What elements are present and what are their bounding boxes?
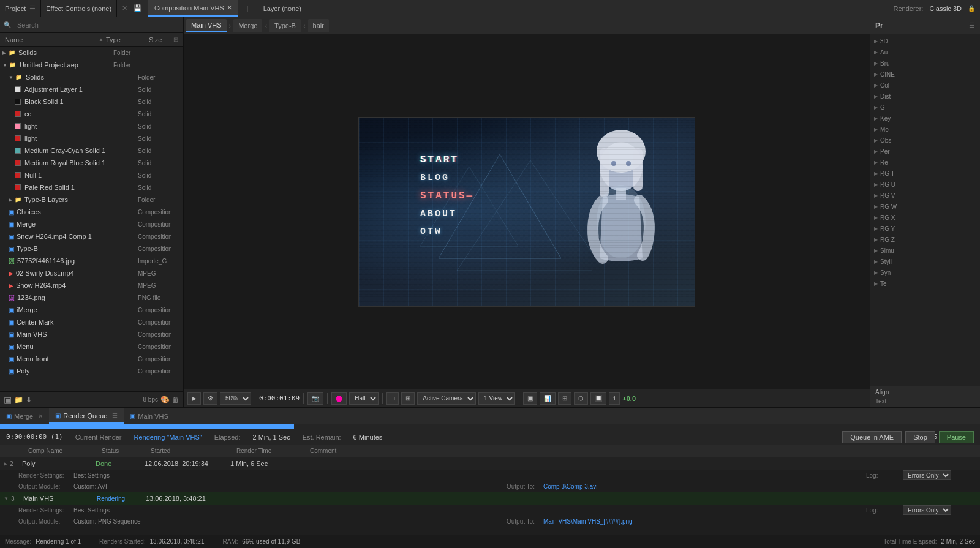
tab-hair[interactable]: hair <box>308 19 329 32</box>
effect-item-dist[interactable]: ▶ Dist <box>870 91 980 102</box>
save-icon[interactable]: 💾 <box>134 4 142 12</box>
search-input[interactable] <box>13 20 179 30</box>
expand-icon[interactable]: ▶ <box>4 461 7 467</box>
list-item[interactable]: Adjustment Layer 1 Solid <box>0 83 183 96</box>
list-item[interactable]: light Solid <box>0 120 183 132</box>
list-item[interactable]: Black Solid 1 Solid <box>0 96 183 108</box>
list-item[interactable]: Null 1 Solid <box>0 169 183 181</box>
effect-item-per[interactable]: ▶ Per <box>870 146 980 157</box>
effect-item-rgv[interactable]: ▶ RG V <box>870 190 980 201</box>
list-item[interactable]: ▼ 📁 Untitled Project.aep Folder <box>0 59 183 71</box>
effect-item-re[interactable]: ▶ Re <box>870 157 980 168</box>
list-item[interactable]: ▶ 📁 Solids Folder <box>0 47 183 59</box>
tab-render-queue[interactable]: ▣ Render Queue ☰ <box>49 408 124 424</box>
list-item[interactable]: ▣ iMerge Composition <box>0 304 183 316</box>
comp-tab-close[interactable]: ✕ <box>227 4 232 12</box>
list-item[interactable]: ▣ Choices Composition <box>0 206 183 218</box>
quality-select[interactable]: Half <box>349 392 379 405</box>
tab-close[interactable]: ✕ <box>38 413 43 419</box>
queue-ame-button[interactable]: Queue in AME <box>842 431 902 443</box>
tab-menu-icon[interactable]: ☰ <box>112 412 118 419</box>
list-item[interactable]: Medium Royal Blue Solid 1 Solid <box>0 157 183 169</box>
tab-type-b[interactable]: Type-B <box>270 19 301 32</box>
expand-icon[interactable]: ▼ <box>4 496 9 501</box>
tab-merge[interactable]: Merge <box>233 19 262 32</box>
exposure-button[interactable]: ▣ <box>523 392 537 405</box>
camera-select[interactable]: Active Camera <box>417 392 476 405</box>
tab-main-vhs[interactable]: Main VHS <box>186 19 227 32</box>
effect-item-col[interactable]: ▶ Col <box>870 80 980 91</box>
list-item[interactable]: ▣ Snow H264.mp4 Comp 1 Composition <box>0 230 183 242</box>
effect-item-rgw[interactable]: ▶ RG W <box>870 201 980 212</box>
log-dropdown[interactable]: Errors Only <box>903 505 951 515</box>
new-folder-icon[interactable]: 📁 <box>14 396 23 404</box>
list-item[interactable]: cc Solid <box>0 108 183 120</box>
tab-merge-bottom[interactable]: ▣ Merge ✕ <box>0 408 49 424</box>
zoom-select[interactable]: 50% <box>220 392 251 405</box>
color-button[interactable]: ⬤ <box>331 392 347 405</box>
toggle-button[interactable]: □ <box>386 392 399 405</box>
list-item[interactable]: ▼ 📁 Solids Folder <box>0 71 183 83</box>
effect-item-mo[interactable]: ▶ Mo <box>870 124 980 135</box>
effect-item-cine[interactable]: ▶ CINE <box>870 69 980 80</box>
panel-menu-icon[interactable]: ☰ <box>29 4 36 12</box>
effect-item-rgz[interactable]: ▶ RG Z <box>870 234 980 245</box>
effect-item-rgt[interactable]: ▶ RG T <box>870 168 980 179</box>
list-item[interactable]: ▶ Snow H264.mp4 MPEG <box>0 279 183 291</box>
effect-item-3d[interactable]: ▶ 3D <box>870 36 980 47</box>
layer-none-tab[interactable]: Layer (none) <box>257 0 307 17</box>
tab-label: Merge <box>238 22 257 29</box>
play-button[interactable]: ▶ <box>187 392 201 405</box>
view-count-select[interactable]: 1 View <box>478 392 515 405</box>
grid-button[interactable]: ⊞ <box>401 392 415 405</box>
pixel-button[interactable]: ⊞ <box>558 392 571 405</box>
mask-button[interactable]: ⬡ <box>574 392 588 405</box>
render-row-main-vhs[interactable]: ▼ 3 Main VHS Rendering 13.06.2018, 3:48:… <box>0 492 980 505</box>
list-item[interactable]: light Solid <box>0 132 183 145</box>
effect-item-obs[interactable]: ▶ Obs <box>870 135 980 146</box>
import-icon[interactable]: ⬇ <box>26 396 32 404</box>
effect-item-blur[interactable]: ▶ Bru <box>870 58 980 69</box>
effect-item-audio[interactable]: ▶ Au <box>870 47 980 58</box>
effect-item-styli[interactable]: ▶ Styli <box>870 256 980 267</box>
list-item[interactable]: ▣ Poly Composition <box>0 365 183 377</box>
effect-item-g[interactable]: ▶ G <box>870 102 980 113</box>
comp-main-tab[interactable]: Composition Main VHS ✕ <box>148 0 238 17</box>
list-item[interactable]: ▣ Menu front Composition <box>0 353 183 365</box>
list-item[interactable]: ▶ 📁 Type-B Layers Folder <box>0 193 183 206</box>
list-item[interactable]: ▣ Type-B Composition <box>0 242 183 255</box>
snapshot-button[interactable]: 📷 <box>307 392 323 405</box>
list-item[interactable]: Medium Gray-Cyan Solid 1 Solid <box>0 145 183 157</box>
log-dropdown[interactable]: Errors Only <box>903 470 951 480</box>
effect-item-key[interactable]: ▶ Key <box>870 113 980 124</box>
effect-item-syn[interactable]: ▶ Syn <box>870 267 980 278</box>
info-button[interactable]: ℹ <box>609 392 620 405</box>
trash-icon[interactable]: 🗑 <box>172 396 179 404</box>
effect-label: Per <box>880 148 890 155</box>
effect-item-rgu[interactable]: ▶ RG U <box>870 179 980 190</box>
list-item[interactable]: Pale Red Solid 1 Solid <box>0 181 183 193</box>
list-item[interactable]: ▣ Menu Composition <box>0 340 183 353</box>
tab-main-vhs-bottom[interactable]: ▣ Main VHS <box>124 408 175 424</box>
list-item[interactable]: 🖼 57752f4461146.jpg Importe_G <box>0 255 183 267</box>
effect-item-simu[interactable]: ▶ Simu <box>870 245 980 256</box>
list-item[interactable]: ▶ 02 Swirly Dust.mp4 MPEG <box>0 267 183 279</box>
stop-button[interactable]: Stop <box>905 431 935 443</box>
3d-button[interactable]: 🔲 <box>590 392 606 405</box>
effect-item-rgx[interactable]: ▶ RG X <box>870 212 980 223</box>
color-mode-icon[interactable]: 🎨 <box>160 396 170 404</box>
list-item[interactable]: ▣ Merge Composition <box>0 218 183 230</box>
list-item[interactable]: ▣ Center Mark Composition <box>0 316 183 328</box>
list-item[interactable]: ▣ Main VHS Composition <box>0 328 183 340</box>
panel-menu-icon[interactable]: ☰ <box>969 21 975 29</box>
pause-button[interactable]: Pause <box>939 431 974 443</box>
effect-item-te[interactable]: ▶ Te <box>870 278 980 289</box>
chart-button[interactable]: 📊 <box>540 392 556 405</box>
effect-item-rgy[interactable]: ▶ RG Y <box>870 223 980 234</box>
render-row-poly[interactable]: ▶ 2 Poly Done 12.06.2018, 20:19:34 1 Min… <box>0 457 980 470</box>
list-item[interactable]: 🖼 1234.png PNG file <box>0 291 183 304</box>
viewer-settings-button[interactable]: ⚙ <box>203 392 217 405</box>
close-icon[interactable]: ✕ <box>122 4 127 12</box>
new-comp-icon[interactable]: ▣ <box>4 395 12 405</box>
expand-all-icon[interactable]: ⊞ <box>173 36 178 43</box>
